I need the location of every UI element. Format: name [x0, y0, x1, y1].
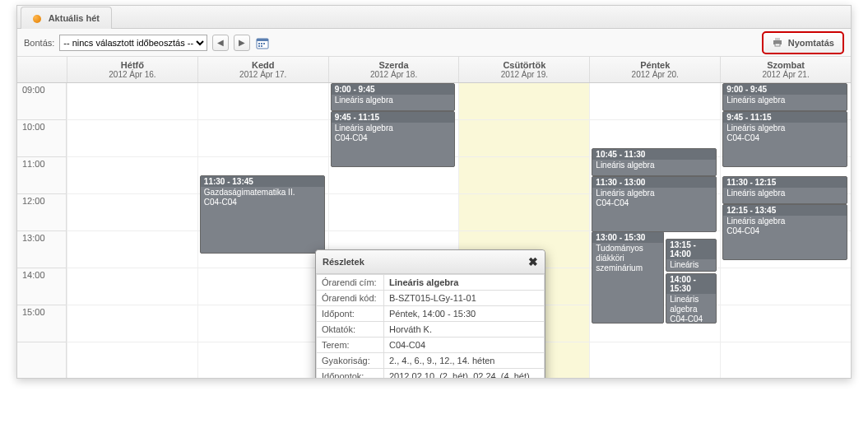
prev-week-button[interactable]: ◀ — [212, 35, 229, 51]
event-tue-1[interactable]: 11:30 - 13:45 Gazdaságimatematika II.C04… — [200, 175, 325, 254]
event-details-popup: Részletek ✖ Órarendi cím:Lineáris algebr… — [315, 249, 545, 379]
day-header-thu: Csütörtök2012 Ápr 19. — [458, 57, 589, 82]
svg-rect-5 — [258, 45, 260, 47]
tab-dot-icon — [33, 15, 41, 23]
time-label: 14:00 — [17, 268, 67, 305]
event-sat-3[interactable]: 11:30 - 12:15 Lineáris algebra — [722, 176, 847, 204]
next-week-button[interactable]: ▶ — [234, 35, 250, 51]
close-icon[interactable]: ✖ — [528, 255, 538, 268]
day-column-tue: 11:30 - 13:45 Gazdaságimatematika II.C04… — [197, 83, 328, 379]
event-sat-1[interactable]: 9:00 - 9:45 Lineáris algebra — [722, 83, 847, 111]
day-header-fri: Péntek2012 Ápr 20. — [589, 57, 720, 82]
chevron-left-icon: ◀ — [217, 38, 224, 47]
breakdown-select[interactable]: -- nincs választott időbeosztás -- — [59, 35, 207, 51]
svg-rect-1 — [257, 39, 268, 41]
popup-title: Részletek — [323, 257, 364, 267]
event-sat-2[interactable]: 9:45 - 11:15 Lineáris algebraC04-C04 — [722, 111, 847, 167]
print-label: Nyomtatás — [788, 38, 834, 48]
day-column-mon — [67, 83, 197, 379]
event-fri-5[interactable]: 14:00 - 15:30 Lineáris algebraC04-C04 — [666, 273, 717, 324]
svg-rect-8 — [775, 38, 780, 40]
time-label: 09:00 — [17, 83, 67, 120]
day-column-fri: 10:45 - 11:30 Lineáris algebra 11:30 - 1… — [589, 83, 720, 379]
time-label: 11:00 — [17, 157, 67, 194]
day-header-mon: Hétfő2012 Ápr 16. — [67, 57, 197, 82]
print-button[interactable]: Nyomtatás — [762, 31, 844, 54]
event-fri-3[interactable]: 13:00 - 15:30 Tudományos diákköri szemin… — [592, 231, 664, 324]
event-wed-2[interactable]: 9:45 - 11:15 Lineáris algebraC04-C04 — [331, 111, 456, 167]
day-header-wed: Szerda2012 Ápr 18. — [328, 57, 459, 82]
svg-rect-4 — [263, 43, 265, 44]
event-fri-4[interactable]: 13:15 - 14:00 Lineáris — [666, 239, 717, 272]
time-label: 15:00 — [17, 305, 67, 342]
chevron-right-icon: ▶ — [239, 38, 245, 47]
svg-rect-6 — [261, 45, 262, 47]
calendar-icon[interactable] — [255, 35, 270, 50]
printer-icon — [772, 36, 783, 49]
details-table: Órarendi cím:Lineáris algebra Órarendi k… — [316, 274, 545, 379]
svg-rect-3 — [261, 43, 262, 44]
event-sat-4[interactable]: 12:15 - 13:45 Lineáris algebraC04-C04 — [722, 204, 847, 260]
day-column-sat: 9:00 - 9:45 Lineáris algebra 9:45 - 11:1… — [720, 83, 851, 379]
tab-label: Aktuális hét — [49, 13, 100, 23]
time-label: 10:00 — [17, 120, 67, 157]
tab-current-week[interactable]: Aktuális hét — [21, 7, 112, 29]
breakdown-label: Bontás: — [24, 38, 54, 48]
event-fri-1[interactable]: 10:45 - 11:30 Lineáris algebra — [592, 148, 717, 176]
event-fri-2[interactable]: 11:30 - 13:00 Lineáris algebraC04-C04 — [592, 176, 717, 232]
day-header-tue: Kedd2012 Ápr 17. — [197, 57, 328, 82]
event-wed-1[interactable]: 9:00 - 9:45 Lineáris algebra — [331, 83, 456, 111]
time-label — [17, 342, 67, 379]
time-label: 13:00 — [17, 231, 67, 268]
day-header-sat: Szombat2012 Ápr 21. — [720, 57, 851, 82]
time-label: 12:00 — [17, 194, 67, 231]
svg-rect-9 — [775, 44, 780, 46]
svg-rect-2 — [258, 43, 260, 44]
